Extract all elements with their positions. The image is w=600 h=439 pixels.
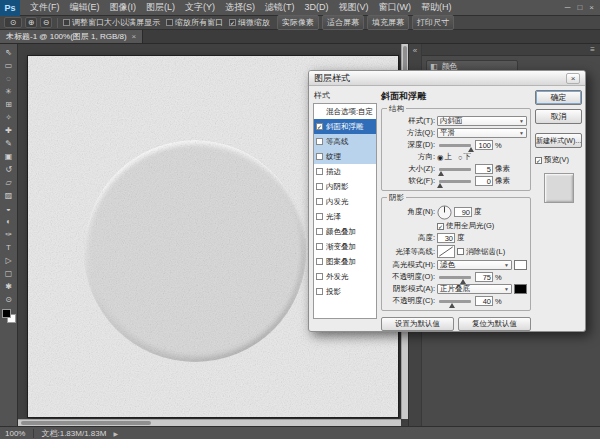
shadow-mode-select[interactable]: 正片叠底 ▼ [437,284,512,294]
tool-button[interactable]: ⇖ [1,46,17,59]
tool-button[interactable]: ◒ [1,202,17,215]
style-list-item[interactable]: 外发光 [314,269,376,284]
size-value[interactable]: 5 [475,164,493,174]
active-tool-icon[interactable]: ⊙ [4,17,22,28]
zoom-preset-button[interactable]: 实际像素 [277,15,319,30]
menu-item[interactable]: 滤镜(T) [260,0,300,16]
soften-slider[interactable] [439,180,471,183]
shadow-color-swatch[interactable] [514,284,527,294]
menu-item[interactable]: 窗口(W) [374,0,417,16]
zoom-preset-button[interactable]: 打印尺寸 [412,15,454,30]
window-control-button[interactable]: ─ [565,3,571,12]
style-checkbox[interactable] [316,288,323,295]
zoom-out-toggle[interactable]: ⊖ [40,17,52,28]
zoom-preset-button[interactable]: 填充屏幕 [367,15,409,30]
style-list-item[interactable]: 描边 [314,164,376,179]
antialias-checkbox[interactable] [457,248,464,255]
option-checkbox[interactable]: ✓ 细微缩放 [229,17,270,28]
ok-button[interactable]: 确定 [535,90,582,105]
checkbox-icon[interactable] [166,19,173,26]
slider-knob[interactable] [437,183,443,188]
zoom-in-toggle[interactable]: ⊕ [25,17,37,28]
option-checkbox[interactable]: 调整窗口大小以满屏显示 [63,17,160,28]
new-style-button[interactable]: 新建样式(W)... [535,133,582,148]
checkbox-icon[interactable]: ✓ [229,19,236,26]
zoom-preset-button[interactable]: 适合屏幕 [322,15,364,30]
tool-button[interactable]: ✧ [1,111,17,124]
option-checkbox[interactable]: 缩放所有窗口 [166,17,223,28]
style-list-item[interactable]: 纹理 [314,149,376,164]
menu-item[interactable]: 图层(L) [141,0,180,16]
tool-button[interactable]: ▢ [1,267,17,280]
window-control-button[interactable]: □ [577,3,582,12]
technique-select[interactable]: 平滑 ▼ [437,128,527,138]
style-checkbox[interactable] [316,138,323,145]
tool-button[interactable]: ✚ [1,124,17,137]
size-slider[interactable] [439,168,471,171]
tool-button[interactable]: ✑ [1,228,17,241]
style-list-item[interactable]: ✓ 斜面和浮雕 [314,119,376,134]
style-list-item[interactable]: 等高线 [314,134,376,149]
soften-value[interactable]: 0 [475,176,493,186]
style-checkbox[interactable] [316,153,323,160]
style-checkbox[interactable] [316,243,323,250]
global-light-checkbox[interactable]: ✓ [437,223,444,230]
cancel-button[interactable]: 取消 [535,109,582,124]
menu-item[interactable]: 文字(Y) [180,0,220,16]
slider-knob[interactable] [449,303,455,308]
preview-checkbox[interactable]: ✓ [535,157,542,164]
highlight-opacity-slider[interactable] [439,276,471,279]
dialog-titlebar[interactable]: 图层样式 × [309,71,585,86]
style-list-item[interactable]: 光泽 [314,209,376,224]
tool-button[interactable]: ✎ [1,137,17,150]
tool-button[interactable]: T [1,241,17,254]
panel-menu-icon[interactable]: ≡ [590,45,595,54]
style-list-item[interactable]: 混合选项:自定 [314,104,376,119]
style-checkbox[interactable] [316,213,323,220]
angle-value[interactable]: 90 [454,207,472,217]
tool-button[interactable]: ✱ [1,280,17,293]
style-checkbox[interactable] [316,168,323,175]
gloss-contour-picker[interactable] [437,245,455,258]
close-icon[interactable]: × [132,32,137,41]
status-menu-arrow[interactable]: ▶ [113,430,118,437]
tool-button[interactable]: ▭ [1,59,17,72]
style-checkbox[interactable]: ✓ [316,123,323,130]
foreground-color-swatch[interactable] [2,309,11,318]
menu-item[interactable]: 视图(V) [334,0,374,16]
highlight-mode-select[interactable]: 滤色 ▼ [437,260,512,270]
menu-item[interactable]: 3D(D) [300,0,334,16]
direction-up-radio[interactable]: ◉ 上 [437,152,452,162]
direction-down-radio[interactable]: ○ 下 [458,152,471,162]
tool-button[interactable]: ▨ [1,189,17,202]
menu-item[interactable]: 图像(I) [105,0,142,16]
defaults-button[interactable]: 复位为默认值 [458,317,531,331]
document-tab[interactable]: 未标题-1 @ 100%(图层 1, RGB/8) × [0,30,143,43]
depth-slider[interactable] [439,144,471,147]
menu-item[interactable]: 文件(F) [25,0,65,16]
horizontal-scrollbar[interactable] [18,419,401,426]
tool-button[interactable]: ⊞ [1,98,17,111]
style-checkbox[interactable] [316,228,323,235]
tool-button[interactable]: ✳ [1,85,17,98]
collapse-panels-icon[interactable]: « [413,46,417,55]
angle-dial[interactable] [437,205,452,220]
style-list-item[interactable]: 图案叠加 [314,254,376,269]
style-list-item[interactable]: 渐变叠加 [314,239,376,254]
tool-button[interactable]: ◌ [1,72,17,85]
slider-knob[interactable] [460,279,466,284]
tool-button[interactable]: ▣ [1,150,17,163]
checkbox-icon[interactable] [63,19,70,26]
style-checkbox[interactable] [316,183,323,190]
window-control-button[interactable]: × [589,3,594,12]
menu-item[interactable]: 选择(S) [220,0,260,16]
slider-knob[interactable] [468,147,474,152]
style-checkbox[interactable] [316,258,323,265]
style-list-item[interactable]: 颜色叠加 [314,224,376,239]
slider-knob[interactable] [438,171,444,176]
style-list-item[interactable]: 内发光 [314,194,376,209]
tool-button[interactable]: ↺ [1,163,17,176]
menu-item[interactable]: 编辑(E) [65,0,105,16]
close-icon[interactable]: × [566,73,580,84]
highlight-opacity-value[interactable]: 75 [475,272,493,282]
